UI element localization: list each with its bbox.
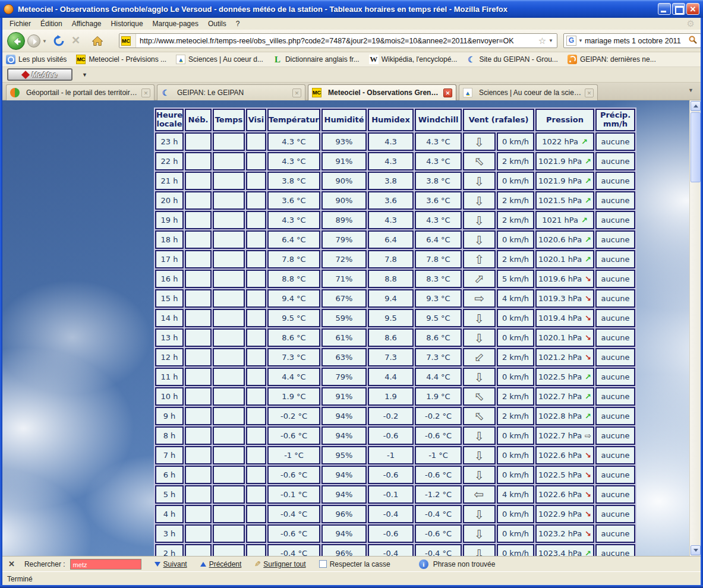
mcafee-label: McAfee [31, 71, 57, 79]
cell-hour: 6 h [155, 466, 184, 484]
url-text[interactable]: http://www.meteociel.fr/temps-reel/obs_v… [136, 37, 538, 45]
pressure-trend-up-icon: ↗ [581, 216, 588, 225]
tab-close-icon[interactable]: ✕ [585, 88, 594, 97]
cell-temperature: -0.6 °C [267, 426, 320, 445]
mcafee-button[interactable]: McAfee [7, 68, 72, 81]
cell-visibility [246, 250, 266, 268]
cell-visibility [246, 348, 266, 366]
match-case-control[interactable]: Respecter la casse [319, 560, 390, 568]
tab-list-dropdown-icon[interactable]: ▼ [688, 87, 693, 93]
moon-icon: ☾ [466, 55, 476, 64]
bookmark-item[interactable]: Sciences | Au coeur d... [176, 55, 263, 64]
menu-marque-pages[interactable]: Marque-pages [148, 18, 203, 29]
bookmark-item[interactable]: WWikipédia, l'encyclopé... [369, 55, 458, 64]
menu-outils[interactable]: Outils [203, 18, 231, 29]
pressure-trend-up-icon: ↗ [585, 392, 591, 401]
search-bar[interactable]: G ▼ mariage mets 1 octobre 2011 [563, 33, 701, 48]
cell-temps [213, 211, 245, 229]
cell-wind-speed: 0 km/h [497, 230, 534, 249]
home-button[interactable] [92, 35, 103, 47]
cell-temps [213, 544, 245, 556]
menu-affichage[interactable]: Affichage [67, 18, 106, 29]
cell-temperature: 9.5 °C [267, 309, 320, 327]
find-previous-button[interactable]: Précédent [200, 560, 242, 568]
maximize-button[interactable] [672, 3, 685, 15]
cell-temperature: 7.3 °C [267, 348, 320, 366]
menu-fichier[interactable]: Fichier [5, 18, 36, 29]
cell-wind-direction: ⇧ [463, 426, 496, 445]
tab-2[interactable]: ☾GEIPAN: Le GEIPAN✕ [157, 84, 305, 100]
cell-wind-direction: ⇧ [463, 172, 496, 190]
cell-hour: 18 h [155, 230, 184, 249]
cell-nebulosity [185, 152, 212, 170]
cell-wind-speed: 2 km/h [497, 387, 534, 406]
cell-humidex: 9.5 [368, 309, 414, 327]
vertical-scrollbar[interactable] [689, 100, 701, 556]
cell-visibility [246, 407, 266, 425]
cell-precipitation: aucune [595, 309, 635, 327]
cell-windchill: 9.3 °C [415, 289, 462, 308]
scroll-up-button[interactable] [691, 101, 701, 111]
cell-humidity: 63% [321, 348, 367, 366]
wind-down-icon: ⇧ [474, 195, 484, 207]
bookmark-item[interactable]: ☾Site du GEIPAN - Grou... [466, 55, 558, 64]
forward-dropdown-icon[interactable]: ▼ [42, 39, 47, 44]
cell-wind-direction: ⇧ [463, 230, 496, 249]
cell-precipitation: aucune [595, 505, 635, 523]
tab-1[interactable]: Géoportail - le portail des territoires … [6, 84, 155, 100]
google-icon[interactable]: G [566, 36, 576, 46]
menu-historique[interactable]: Historique [106, 18, 148, 29]
cell-pressure: 1019.3 hPa↘ [535, 289, 594, 308]
bookmark-item[interactable]: MCMeteociel - Prévisions ... [76, 55, 166, 64]
search-magnifier-icon[interactable] [688, 35, 698, 47]
url-dropdown-icon[interactable]: ▼ [548, 38, 553, 43]
cell-wind-direction: ⇧ [463, 387, 496, 406]
find-next-button[interactable]: Suivant [155, 560, 187, 568]
wind-down-icon: ⇧ [474, 469, 484, 481]
pressure-trend-down-icon: ↘ [585, 510, 591, 519]
bookmark-star-icon[interactable]: ☆ [538, 36, 546, 46]
url-bar[interactable]: MC http://www.meteociel.fr/temps-reel/ob… [119, 33, 557, 48]
back-button[interactable] [7, 32, 25, 50]
stop-button[interactable]: ✕ [71, 34, 80, 47]
pressure-trend-down-icon: ↘ [585, 314, 591, 323]
find-previous-label: Précédent [209, 560, 242, 568]
menu--dition[interactable]: Édition [36, 18, 67, 29]
close-button[interactable] [686, 3, 699, 15]
cell-temps [213, 309, 245, 327]
cell-nebulosity [185, 407, 212, 425]
findbar-close-icon[interactable]: ✕ [8, 559, 15, 568]
table-row: 9 h-0.2 °C94%-0.2-0.2 °C⇧2 km/h1022.8 hP… [155, 407, 635, 425]
bookmark-item[interactable]: GEIPAN: dernières ne... [568, 55, 656, 64]
scroll-down-button[interactable] [691, 545, 701, 555]
search-input[interactable]: mariage mets 1 octobre 2011 [585, 37, 688, 45]
cell-nebulosity [185, 250, 212, 268]
cell-temperature: 7.8 °C [267, 250, 320, 268]
table-row: 13 h8.6 °C61%8.68.6 °C⇧0 km/h1020.1 hPa↘… [155, 328, 635, 347]
reload-button[interactable] [52, 34, 65, 48]
tab-4[interactable]: Sciences | Au coeur de la science avec .… [459, 84, 598, 100]
minimize-button[interactable] [658, 3, 671, 15]
forward-button[interactable] [27, 34, 40, 48]
bookmark-label: Site du GEIPAN - Grou... [479, 55, 558, 64]
match-case-checkbox[interactable] [319, 560, 327, 568]
highlight-all-button[interactable]: ✎ Surligner tout [254, 559, 305, 568]
cell-wind-direction: ⇧ [463, 191, 496, 210]
cell-windchill: -0.2 °C [415, 407, 462, 425]
tab-close-icon[interactable]: ✕ [443, 88, 452, 97]
scrollbar-thumb[interactable] [691, 112, 701, 182]
bookmark-label: Meteociel - Prévisions ... [89, 55, 166, 64]
bookmark-item[interactable]: Les plus visités [6, 55, 67, 64]
tab-close-icon[interactable]: ✕ [292, 88, 301, 97]
bookmark-item[interactable]: LDictionnaire anglais fr... [273, 55, 360, 64]
cell-humidex: -0.6 [368, 466, 414, 484]
cell-precipitation: aucune [595, 485, 635, 504]
table-row: 18 h6.4 °C79%6.46.4 °C⇧0 km/h1020.6 hPa↗… [155, 230, 635, 249]
mcafee-dropdown-icon[interactable]: ▼ [82, 72, 87, 78]
search-engine-dropdown-icon[interactable]: ▼ [578, 38, 583, 43]
tab-3[interactable]: MCMeteociel - Observations Grenob...✕ [308, 84, 456, 100]
find-input[interactable]: metz [70, 559, 141, 570]
tab-close-icon[interactable]: ✕ [141, 88, 150, 97]
table-row: 12 h7.3 °C63%7.37.3 °C⇧2 km/h1021.2 hPa↘… [155, 348, 635, 366]
menu--[interactable]: ? [231, 18, 245, 29]
